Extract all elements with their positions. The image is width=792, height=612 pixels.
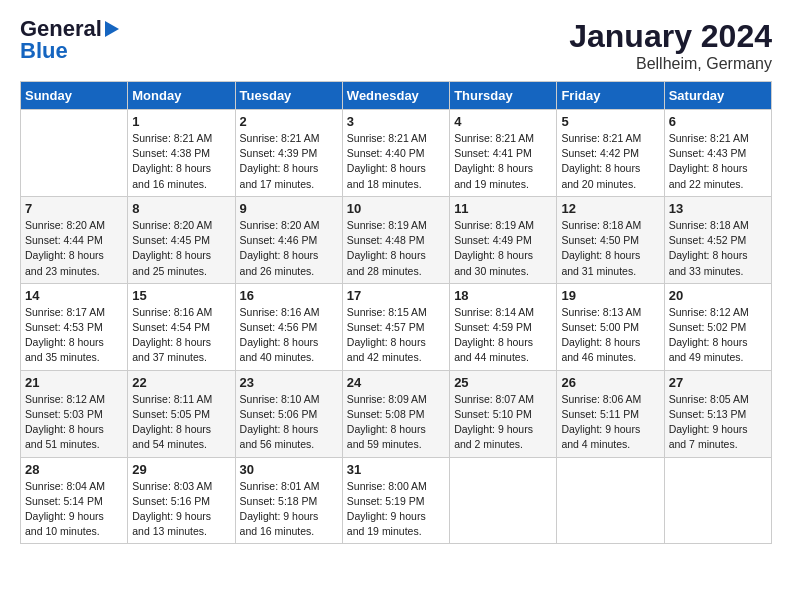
day-number: 23 [240,375,338,390]
page: General Blue January 2024 Bellheim, Germ… [0,0,792,554]
calendar-title: January 2024 [569,18,772,55]
day-info: Sunrise: 8:10 AM Sunset: 5:06 PM Dayligh… [240,392,338,453]
day-info: Sunrise: 8:19 AM Sunset: 4:49 PM Dayligh… [454,218,552,279]
day-number: 16 [240,288,338,303]
day-cell [450,457,557,544]
day-number: 9 [240,201,338,216]
day-cell: 26Sunrise: 8:06 AM Sunset: 5:11 PM Dayli… [557,370,664,457]
day-number: 21 [25,375,123,390]
day-info: Sunrise: 8:14 AM Sunset: 4:59 PM Dayligh… [454,305,552,366]
calendar-subtitle: Bellheim, Germany [569,55,772,73]
col-header-monday: Monday [128,82,235,110]
day-number: 20 [669,288,767,303]
day-cell: 18Sunrise: 8:14 AM Sunset: 4:59 PM Dayli… [450,283,557,370]
day-cell: 1Sunrise: 8:21 AM Sunset: 4:38 PM Daylig… [128,110,235,197]
day-info: Sunrise: 8:21 AM Sunset: 4:40 PM Dayligh… [347,131,445,192]
logo: General Blue [20,18,119,62]
week-row-5: 28Sunrise: 8:04 AM Sunset: 5:14 PM Dayli… [21,457,772,544]
header: General Blue January 2024 Bellheim, Germ… [20,18,772,73]
day-number: 6 [669,114,767,129]
day-info: Sunrise: 8:15 AM Sunset: 4:57 PM Dayligh… [347,305,445,366]
day-number: 5 [561,114,659,129]
day-info: Sunrise: 8:16 AM Sunset: 4:54 PM Dayligh… [132,305,230,366]
day-info: Sunrise: 8:17 AM Sunset: 4:53 PM Dayligh… [25,305,123,366]
day-info: Sunrise: 8:20 AM Sunset: 4:45 PM Dayligh… [132,218,230,279]
day-info: Sunrise: 8:18 AM Sunset: 4:50 PM Dayligh… [561,218,659,279]
day-number: 1 [132,114,230,129]
day-number: 26 [561,375,659,390]
day-cell: 30Sunrise: 8:01 AM Sunset: 5:18 PM Dayli… [235,457,342,544]
day-info: Sunrise: 8:18 AM Sunset: 4:52 PM Dayligh… [669,218,767,279]
day-info: Sunrise: 8:16 AM Sunset: 4:56 PM Dayligh… [240,305,338,366]
col-header-wednesday: Wednesday [342,82,449,110]
day-number: 12 [561,201,659,216]
day-number: 29 [132,462,230,477]
col-header-tuesday: Tuesday [235,82,342,110]
day-cell: 27Sunrise: 8:05 AM Sunset: 5:13 PM Dayli… [664,370,771,457]
title-block: January 2024 Bellheim, Germany [569,18,772,73]
day-info: Sunrise: 8:19 AM Sunset: 4:48 PM Dayligh… [347,218,445,279]
day-info: Sunrise: 8:21 AM Sunset: 4:41 PM Dayligh… [454,131,552,192]
day-cell: 9Sunrise: 8:20 AM Sunset: 4:46 PM Daylig… [235,196,342,283]
day-cell: 11Sunrise: 8:19 AM Sunset: 4:49 PM Dayli… [450,196,557,283]
day-cell [21,110,128,197]
day-info: Sunrise: 8:03 AM Sunset: 5:16 PM Dayligh… [132,479,230,540]
day-cell: 16Sunrise: 8:16 AM Sunset: 4:56 PM Dayli… [235,283,342,370]
week-row-1: 1Sunrise: 8:21 AM Sunset: 4:38 PM Daylig… [21,110,772,197]
day-info: Sunrise: 8:06 AM Sunset: 5:11 PM Dayligh… [561,392,659,453]
day-info: Sunrise: 8:05 AM Sunset: 5:13 PM Dayligh… [669,392,767,453]
day-number: 18 [454,288,552,303]
day-cell: 23Sunrise: 8:10 AM Sunset: 5:06 PM Dayli… [235,370,342,457]
day-cell: 14Sunrise: 8:17 AM Sunset: 4:53 PM Dayli… [21,283,128,370]
day-number: 13 [669,201,767,216]
day-info: Sunrise: 8:12 AM Sunset: 5:02 PM Dayligh… [669,305,767,366]
day-cell: 19Sunrise: 8:13 AM Sunset: 5:00 PM Dayli… [557,283,664,370]
day-number: 10 [347,201,445,216]
day-number: 28 [25,462,123,477]
day-number: 8 [132,201,230,216]
day-number: 19 [561,288,659,303]
day-cell: 10Sunrise: 8:19 AM Sunset: 4:48 PM Dayli… [342,196,449,283]
day-cell [557,457,664,544]
day-info: Sunrise: 8:21 AM Sunset: 4:38 PM Dayligh… [132,131,230,192]
day-cell: 17Sunrise: 8:15 AM Sunset: 4:57 PM Dayli… [342,283,449,370]
col-header-sunday: Sunday [21,82,128,110]
day-cell: 8Sunrise: 8:20 AM Sunset: 4:45 PM Daylig… [128,196,235,283]
day-number: 27 [669,375,767,390]
day-number: 25 [454,375,552,390]
day-cell: 31Sunrise: 8:00 AM Sunset: 5:19 PM Dayli… [342,457,449,544]
day-cell: 6Sunrise: 8:21 AM Sunset: 4:43 PM Daylig… [664,110,771,197]
day-info: Sunrise: 8:01 AM Sunset: 5:18 PM Dayligh… [240,479,338,540]
day-info: Sunrise: 8:00 AM Sunset: 5:19 PM Dayligh… [347,479,445,540]
day-number: 30 [240,462,338,477]
day-info: Sunrise: 8:21 AM Sunset: 4:43 PM Dayligh… [669,131,767,192]
day-cell: 4Sunrise: 8:21 AM Sunset: 4:41 PM Daylig… [450,110,557,197]
day-cell: 3Sunrise: 8:21 AM Sunset: 4:40 PM Daylig… [342,110,449,197]
week-row-3: 14Sunrise: 8:17 AM Sunset: 4:53 PM Dayli… [21,283,772,370]
day-info: Sunrise: 8:21 AM Sunset: 4:39 PM Dayligh… [240,131,338,192]
day-number: 24 [347,375,445,390]
day-cell: 21Sunrise: 8:12 AM Sunset: 5:03 PM Dayli… [21,370,128,457]
week-row-2: 7Sunrise: 8:20 AM Sunset: 4:44 PM Daylig… [21,196,772,283]
day-number: 11 [454,201,552,216]
day-cell: 29Sunrise: 8:03 AM Sunset: 5:16 PM Dayli… [128,457,235,544]
col-header-friday: Friday [557,82,664,110]
day-cell: 25Sunrise: 8:07 AM Sunset: 5:10 PM Dayli… [450,370,557,457]
day-info: Sunrise: 8:11 AM Sunset: 5:05 PM Dayligh… [132,392,230,453]
day-info: Sunrise: 8:13 AM Sunset: 5:00 PM Dayligh… [561,305,659,366]
day-number: 22 [132,375,230,390]
day-cell [664,457,771,544]
day-cell: 15Sunrise: 8:16 AM Sunset: 4:54 PM Dayli… [128,283,235,370]
day-cell: 20Sunrise: 8:12 AM Sunset: 5:02 PM Dayli… [664,283,771,370]
day-cell: 24Sunrise: 8:09 AM Sunset: 5:08 PM Dayli… [342,370,449,457]
col-header-thursday: Thursday [450,82,557,110]
day-cell: 28Sunrise: 8:04 AM Sunset: 5:14 PM Dayli… [21,457,128,544]
logo-blue: Blue [20,40,68,62]
day-cell: 2Sunrise: 8:21 AM Sunset: 4:39 PM Daylig… [235,110,342,197]
col-header-saturday: Saturday [664,82,771,110]
day-number: 14 [25,288,123,303]
day-cell: 5Sunrise: 8:21 AM Sunset: 4:42 PM Daylig… [557,110,664,197]
day-info: Sunrise: 8:09 AM Sunset: 5:08 PM Dayligh… [347,392,445,453]
week-row-4: 21Sunrise: 8:12 AM Sunset: 5:03 PM Dayli… [21,370,772,457]
day-number: 3 [347,114,445,129]
